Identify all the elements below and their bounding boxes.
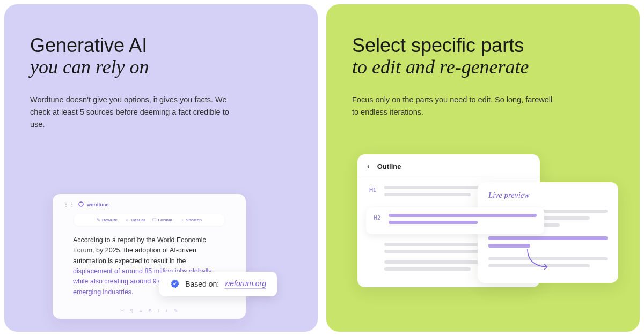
h1-tag: H1 [369,186,379,193]
svg-point-0 [79,202,83,206]
editor-card-mock: ⋮⋮ wordtune ✎ Rewrite ☺ Casual ☐ Formal … [53,194,246,319]
heading-generative-ai: Generative AI you can rely on [30,34,292,79]
placeholder-line [384,267,471,271]
toolbar-casual[interactable]: ☺ Casual [125,218,145,222]
editor-card-header: ⋮⋮ wordtune [63,201,235,208]
tool-icon[interactable]: ✎ [174,308,178,313]
source-label: Based on: [185,280,219,288]
h2-tag: H2 [374,214,383,221]
editor-bottom-toolbar: H ¶ ≡ B I / ✎ [53,308,246,313]
heading-select-parts: Select specific parts to edit and re-gen… [352,34,614,79]
tool-icon[interactable]: H [120,308,124,313]
placeholder-line-accent [488,236,608,240]
tool-icon[interactable]: I [158,308,160,313]
brand-name: wordtune [87,202,109,207]
arrow-icon [525,247,552,273]
toolbar-shorten[interactable]: ↔ Shorten [180,218,202,222]
tool-icon[interactable]: B [149,308,152,313]
tool-icon[interactable]: ¶ [130,308,133,313]
tool-icon[interactable]: ≡ [140,308,142,313]
paragraph-plain: According to a report by the World Econo… [73,236,206,265]
outline-title: Outline [377,162,401,170]
outline-header: ‹ Outline [357,154,540,176]
tool-icon[interactable]: / [166,308,167,313]
description-generative-ai: Wordtune doesn't give you options, it gi… [30,94,234,131]
placeholder-line [389,221,478,224]
placeholder-line [389,214,537,217]
toolbar-formal[interactable]: ☐ Formal [152,218,172,222]
heading-italic: you can rely on [30,56,292,78]
live-preview-title: Live preview [488,191,608,200]
editor-toolbar: ✎ Rewrite ☺ Casual ☐ Formal ↔ Shorten [74,214,224,226]
feature-panel-select-parts: Select specific parts to edit and re-gen… [326,4,640,332]
placeholder-line-accent [488,244,530,248]
heading-bold: Generative AI [30,34,292,56]
toolbar-rewrite[interactable]: ✎ Rewrite [97,218,118,222]
outline-h2-block-selected[interactable]: H2 [366,207,544,234]
chevron-left-icon[interactable]: ‹ [367,162,370,170]
description-select-parts: Focus only on the parts you need to edit… [352,94,556,118]
verified-icon [170,279,180,289]
heading-italic: to edit and re-generate [352,56,614,78]
heading-bold: Select specific parts [352,34,614,56]
source-badge: Based on: weforum.org [159,272,277,296]
brand-logo-icon [78,201,84,208]
placeholder-line [384,193,471,196]
source-link[interactable]: weforum.org [224,279,266,289]
drag-handle-icon: ⋮⋮ [63,201,75,207]
feature-panel-generative-ai: Generative AI you can rely on Wordtune d… [4,4,318,332]
